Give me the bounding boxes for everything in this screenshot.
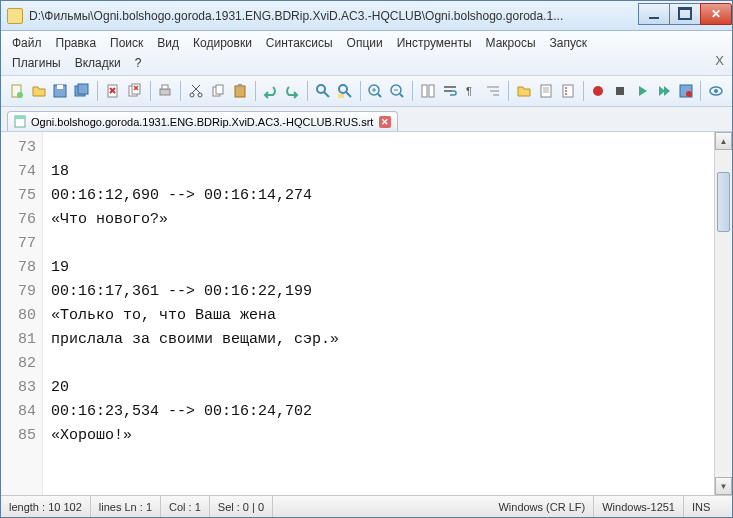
- save-macro-button[interactable]: [676, 80, 696, 102]
- toolbar-separator: [508, 81, 509, 101]
- indent-guide-button[interactable]: [483, 80, 503, 102]
- status-encoding: Windows-1251: [594, 496, 684, 517]
- menu-file[interactable]: Файл: [5, 33, 49, 53]
- scroll-thumb[interactable]: [717, 172, 730, 232]
- toolbar-separator: [97, 81, 98, 101]
- doc-map-button[interactable]: [536, 80, 556, 102]
- stop-macro-button[interactable]: [610, 80, 630, 102]
- sync-vscroll-button[interactable]: [418, 80, 438, 102]
- status-length: length : 10 102: [1, 496, 91, 517]
- svg-rect-52: [616, 87, 624, 95]
- replace-button[interactable]: [335, 80, 355, 102]
- cut-button[interactable]: [186, 80, 206, 102]
- tab-filename: Ogni.bolshogo.goroda.1931.ENG.BDRip.XviD…: [31, 116, 373, 128]
- print-button[interactable]: [156, 80, 176, 102]
- tab-close-button[interactable]: ✕: [379, 116, 391, 128]
- menu-tabs[interactable]: Вкладки: [68, 53, 128, 73]
- minimize-button[interactable]: [638, 3, 670, 25]
- show-all-chars-button[interactable]: ¶: [462, 80, 482, 102]
- svg-rect-43: [541, 85, 551, 97]
- close-all-button[interactable]: [125, 80, 145, 102]
- svg-rect-36: [429, 85, 434, 97]
- copy-button[interactable]: [208, 80, 228, 102]
- find-button[interactable]: [313, 80, 333, 102]
- svg-rect-27: [338, 94, 344, 98]
- status-col: Col : 1: [161, 496, 210, 517]
- play-macro-button[interactable]: [632, 80, 652, 102]
- menu-help[interactable]: ?: [128, 53, 149, 73]
- toolbar-separator: [412, 81, 413, 101]
- scroll-down-button[interactable]: ▼: [715, 477, 732, 495]
- play-multi-button[interactable]: [654, 80, 674, 102]
- svg-point-49: [565, 90, 567, 92]
- toolbar-separator: [307, 81, 308, 101]
- svg-point-23: [317, 85, 325, 93]
- svg-point-54: [686, 91, 692, 97]
- window-title: D:\Фильмы\Ogni.bolshogo.goroda.1931.ENG.…: [29, 9, 639, 23]
- status-mode: INS: [684, 496, 732, 517]
- undo-button[interactable]: [261, 80, 281, 102]
- svg-point-16: [198, 93, 202, 97]
- new-file-button[interactable]: [7, 80, 27, 102]
- menu-search[interactable]: Поиск: [103, 33, 150, 53]
- menu-encoding[interactable]: Кодировки: [186, 33, 259, 53]
- status-bar: length : 10 102 lines Ln : 1 Col : 1 Sel…: [1, 495, 732, 517]
- save-button[interactable]: [51, 80, 71, 102]
- status-lines: lines Ln : 1: [91, 496, 161, 517]
- svg-point-1: [17, 92, 23, 98]
- function-list-button[interactable]: [558, 80, 578, 102]
- open-file-button[interactable]: [29, 80, 49, 102]
- record-macro-button[interactable]: [588, 80, 608, 102]
- close-button[interactable]: [700, 3, 732, 25]
- zoom-in-button[interactable]: [366, 80, 386, 102]
- toolbar-separator: [360, 81, 361, 101]
- toolbar-separator: [180, 81, 181, 101]
- menu-view[interactable]: Вид: [150, 33, 186, 53]
- monitor-button[interactable]: [706, 80, 726, 102]
- menu-edit[interactable]: Правка: [49, 33, 104, 53]
- paste-button[interactable]: [230, 80, 250, 102]
- close-file-button[interactable]: [103, 80, 123, 102]
- save-all-button[interactable]: [72, 80, 92, 102]
- text-content[interactable]: 18 00:16:12,690 --> 00:16:14,274 «Что но…: [43, 132, 714, 495]
- svg-text:¶: ¶: [466, 85, 472, 97]
- toolbar-separator: [700, 81, 701, 101]
- svg-rect-20: [216, 85, 223, 94]
- window-controls: [639, 3, 732, 25]
- svg-point-56: [714, 89, 718, 93]
- toolbar-separator: [583, 81, 584, 101]
- menu-macros[interactable]: Макросы: [479, 33, 543, 53]
- menu-bar: Файл Правка Поиск Вид Кодировки Синтакси…: [1, 31, 732, 76]
- vertical-scrollbar[interactable]: ▲ ▼: [714, 132, 732, 495]
- menu-options[interactable]: Опции: [340, 33, 390, 53]
- svg-rect-35: [422, 85, 427, 97]
- folder-button[interactable]: [514, 80, 534, 102]
- scroll-up-button[interactable]: ▲: [715, 132, 732, 150]
- svg-line-24: [324, 92, 329, 97]
- svg-rect-47: [563, 85, 573, 97]
- svg-rect-14: [162, 85, 168, 89]
- svg-point-48: [565, 87, 567, 89]
- line-number-gutter: 73 74 75 76 77 78 79 80 81 82 83 84 85: [1, 132, 43, 495]
- titlebar[interactable]: D:\Фильмы\Ogni.bolshogo.goroda.1931.ENG.…: [1, 1, 732, 31]
- file-tab[interactable]: Ogni.bolshogo.goroda.1931.ENG.BDRip.XviD…: [7, 111, 398, 131]
- svg-line-26: [346, 92, 351, 97]
- zoom-out-button[interactable]: [387, 80, 407, 102]
- menu-close-x[interactable]: X: [715, 53, 724, 68]
- toolbar-separator: [150, 81, 151, 101]
- wordwrap-button[interactable]: [440, 80, 460, 102]
- redo-button[interactable]: [282, 80, 302, 102]
- tab-bar: Ogni.bolshogo.goroda.1931.ENG.BDRip.XviD…: [1, 107, 732, 132]
- svg-point-51: [593, 86, 603, 96]
- menu-plugins[interactable]: Плагины: [5, 53, 68, 73]
- menu-syntax[interactable]: Синтаксисы: [259, 33, 340, 53]
- svg-line-29: [378, 94, 381, 97]
- svg-rect-13: [160, 89, 170, 95]
- svg-line-33: [400, 94, 403, 97]
- file-icon: [14, 115, 27, 128]
- toolbar-separator: [255, 81, 256, 101]
- maximize-button[interactable]: [669, 3, 701, 25]
- svg-rect-58: [15, 116, 25, 119]
- menu-tools[interactable]: Инструменты: [390, 33, 479, 53]
- menu-run[interactable]: Запуск: [543, 33, 595, 53]
